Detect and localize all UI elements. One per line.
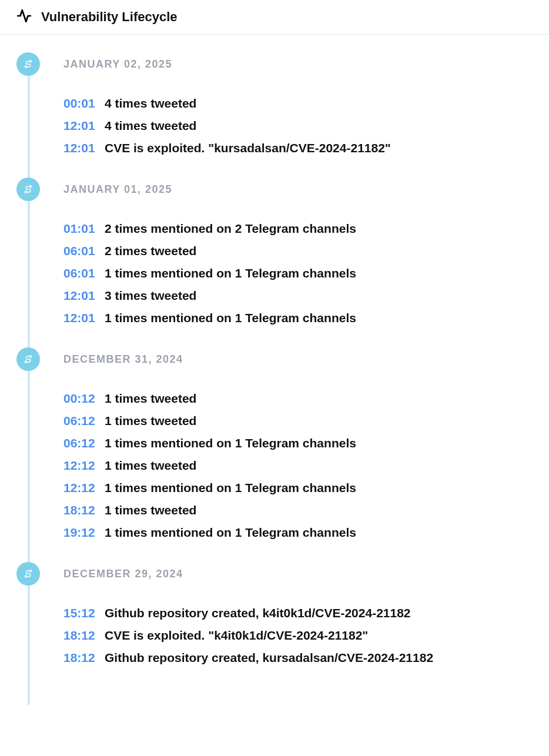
timeline-group: DECEMBER 31, 202400:121 times tweeted06:… [16, 353, 533, 540]
event-time: 18:12 [63, 503, 96, 517]
event-description: 1 times tweeted [105, 392, 196, 406]
event-time: 00:12 [63, 392, 96, 406]
event-description: CVE is exploited. "k4it0k1d/CVE-2024-211… [105, 628, 368, 643]
timeline-events: 00:014 times tweeted12:014 times tweeted… [63, 96, 533, 155]
event-time: 12:01 [63, 119, 96, 133]
timeline-event: 12:01CVE is exploited. "kursadalsan/CVE-… [63, 141, 533, 155]
event-description: 1 times mentioned on 1 Telegram channels [105, 311, 356, 325]
header: Vulnerability Lifecycle [0, 0, 549, 35]
timeline-group: JANUARY 02, 202500:014 times tweeted12:0… [16, 58, 533, 155]
event-time: 18:12 [63, 628, 96, 643]
timeline-event: 18:121 times tweeted [63, 503, 533, 517]
route-icon [16, 562, 40, 586]
timeline: JANUARY 02, 202500:014 times tweeted12:0… [0, 35, 549, 705]
event-description: 4 times tweeted [105, 119, 196, 133]
timeline-event: 06:011 times mentioned on 1 Telegram cha… [63, 266, 533, 280]
event-time: 12:12 [63, 481, 96, 495]
event-description: 1 times mentioned on 1 Telegram channels [105, 436, 356, 450]
timeline-event: 18:12Github repository created, kursadal… [63, 651, 533, 665]
timeline-event: 01:012 times mentioned on 2 Telegram cha… [63, 222, 533, 236]
timeline-group: JANUARY 01, 202501:012 times mentioned o… [16, 183, 533, 325]
event-description: 2 times tweeted [105, 244, 196, 258]
event-description: 1 times mentioned on 1 Telegram channels [105, 526, 356, 540]
timeline-event: 12:121 times tweeted [63, 459, 533, 473]
timeline-event: 12:013 times tweeted [63, 289, 533, 303]
timeline-events: 00:121 times tweeted06:121 times tweeted… [63, 392, 533, 540]
timeline-event: 12:011 times mentioned on 1 Telegram cha… [63, 311, 533, 325]
event-description: 1 times tweeted [105, 414, 196, 428]
timeline-event: 18:12CVE is exploited. "k4it0k1d/CVE-202… [63, 628, 533, 643]
route-icon [16, 178, 40, 201]
event-time: 15:12 [63, 606, 96, 620]
event-time: 06:12 [63, 414, 96, 428]
page-title: Vulnerability Lifecycle [41, 9, 178, 25]
event-time: 06:12 [63, 436, 96, 450]
timeline-event: 19:121 times mentioned on 1 Telegram cha… [63, 526, 533, 540]
timeline-date: DECEMBER 29, 2024 [63, 568, 533, 580]
event-description: 1 times mentioned on 1 Telegram channels [105, 481, 356, 495]
timeline-event: 15:12Github repository created, k4it0k1d… [63, 606, 533, 620]
event-description: CVE is exploited. "kursadalsan/CVE-2024-… [105, 141, 391, 155]
activity-icon [16, 8, 32, 26]
route-icon [16, 347, 40, 371]
event-description: 1 times mentioned on 1 Telegram channels [105, 266, 356, 280]
event-time: 12:01 [63, 289, 96, 303]
event-time: 12:12 [63, 459, 96, 473]
event-description: 1 times tweeted [105, 503, 196, 517]
event-time: 12:01 [63, 141, 96, 155]
timeline-date: JANUARY 01, 2025 [63, 183, 533, 196]
timeline-event: 00:014 times tweeted [63, 96, 533, 111]
event-time: 12:01 [63, 311, 96, 325]
event-time: 19:12 [63, 526, 96, 540]
timeline-event: 06:121 times tweeted [63, 414, 533, 428]
timeline-events: 01:012 times mentioned on 2 Telegram cha… [63, 222, 533, 325]
timeline-group: DECEMBER 29, 202415:12Github repository … [16, 568, 533, 665]
event-time: 06:01 [63, 266, 96, 280]
timeline-event: 12:014 times tweeted [63, 119, 533, 133]
event-description: 2 times mentioned on 2 Telegram channels [105, 222, 356, 236]
event-time: 01:01 [63, 222, 96, 236]
event-time: 18:12 [63, 651, 96, 665]
event-time: 06:01 [63, 244, 96, 258]
event-description: Github repository created, k4it0k1d/CVE-… [105, 606, 411, 620]
event-description: Github repository created, kursadalsan/C… [105, 651, 433, 665]
event-time: 00:01 [63, 96, 96, 111]
event-description: 1 times tweeted [105, 459, 196, 473]
timeline-date: JANUARY 02, 2025 [63, 58, 533, 71]
timeline-event: 06:121 times mentioned on 1 Telegram cha… [63, 436, 533, 450]
timeline-events: 15:12Github repository created, k4it0k1d… [63, 606, 533, 665]
event-description: 4 times tweeted [105, 96, 196, 111]
timeline-event: 06:012 times tweeted [63, 244, 533, 258]
timeline-date: DECEMBER 31, 2024 [63, 353, 533, 366]
timeline-event: 12:121 times mentioned on 1 Telegram cha… [63, 481, 533, 495]
event-description: 3 times tweeted [105, 289, 196, 303]
timeline-event: 00:121 times tweeted [63, 392, 533, 406]
route-icon [16, 52, 40, 76]
